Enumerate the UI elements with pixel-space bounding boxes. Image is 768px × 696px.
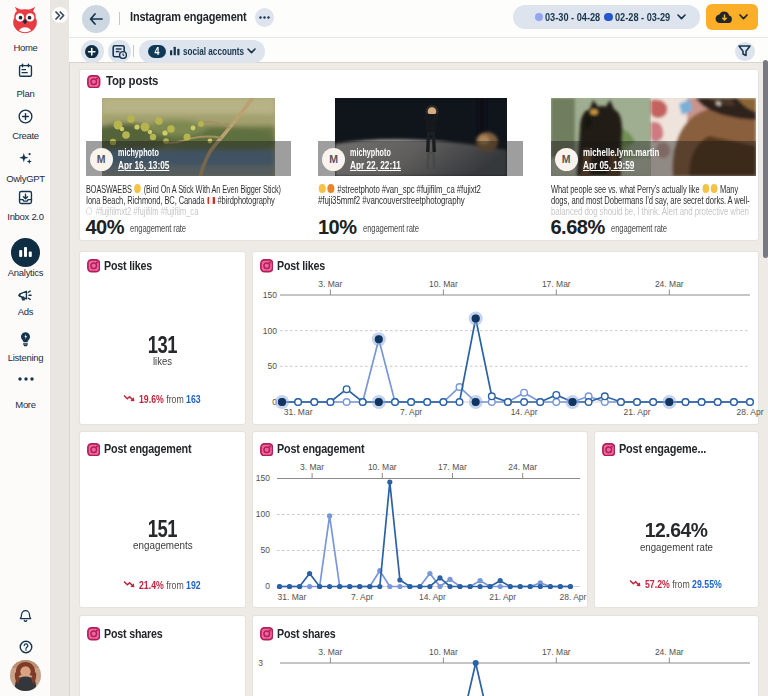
svg-text:150: 150 [263, 290, 277, 300]
svg-text:31. Mar: 31. Mar [284, 407, 313, 417]
svg-text:50: 50 [268, 361, 278, 371]
svg-text:150: 150 [256, 473, 270, 483]
svg-text:7. Apr: 7. Apr [351, 592, 373, 602]
svg-text:28. Apr: 28. Apr [559, 592, 586, 602]
svg-text:24. Mar: 24. Mar [655, 647, 684, 657]
svg-text:100: 100 [256, 509, 270, 519]
svg-text:21. Apr: 21. Apr [489, 592, 516, 602]
svg-text:3. Mar: 3. Mar [300, 462, 324, 472]
svg-text:3. Mar: 3. Mar [318, 647, 342, 657]
svg-text:50: 50 [261, 545, 271, 555]
svg-text:0: 0 [265, 581, 270, 591]
svg-text:10. Mar: 10. Mar [368, 462, 397, 472]
svg-text:14. Apr: 14. Apr [511, 407, 538, 417]
svg-text:3. Mar: 3. Mar [318, 279, 342, 289]
svg-text:28. Apr: 28. Apr [737, 407, 764, 417]
svg-text:10. Mar: 10. Mar [429, 647, 458, 657]
svg-text:31. Mar: 31. Mar [278, 592, 307, 602]
svg-text:10. Mar: 10. Mar [429, 279, 458, 289]
svg-text:7. Apr: 7. Apr [400, 407, 422, 417]
svg-text:14. Apr: 14. Apr [419, 592, 446, 602]
svg-text:17. Mar: 17. Mar [438, 462, 467, 472]
svg-text:24. Mar: 24. Mar [655, 279, 684, 289]
svg-text:3: 3 [258, 658, 263, 668]
svg-text:100: 100 [263, 326, 277, 336]
svg-text:17. Mar: 17. Mar [542, 279, 571, 289]
svg-text:24. Mar: 24. Mar [508, 462, 537, 472]
svg-text:17. Mar: 17. Mar [542, 647, 571, 657]
svg-text:21. Apr: 21. Apr [624, 407, 651, 417]
